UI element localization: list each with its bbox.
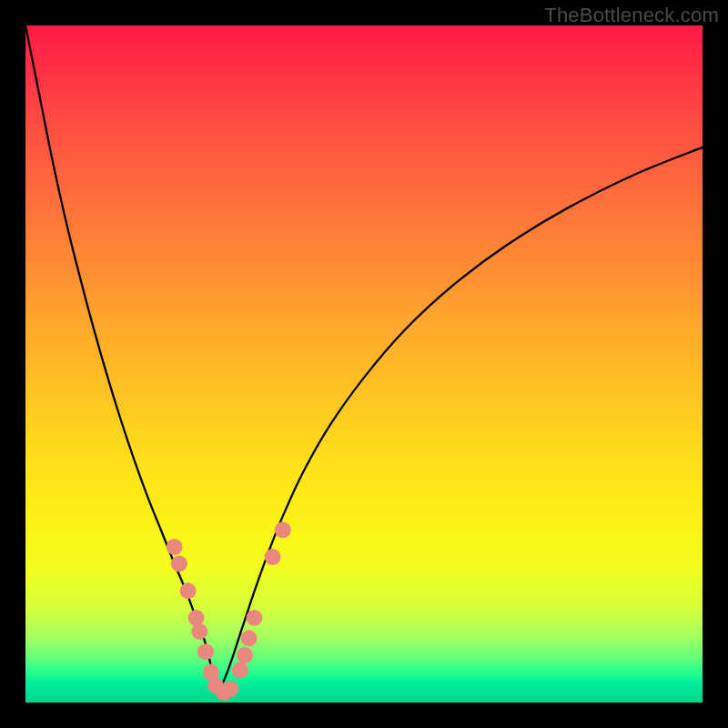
curve-group	[25, 25, 703, 693]
data-marker	[180, 582, 197, 599]
chart-stage: TheBottleneck.com	[0, 0, 728, 728]
data-marker	[171, 555, 187, 571]
data-marker	[237, 647, 253, 663]
curve-right-branch	[218, 147, 703, 693]
data-marker	[246, 610, 262, 626]
data-marker	[222, 681, 238, 697]
marker-group	[167, 521, 291, 701]
chart-plot-area	[25, 25, 703, 703]
data-marker	[191, 623, 207, 640]
data-marker	[265, 549, 281, 565]
watermark-text: TheBottleneck.com	[544, 4, 719, 27]
data-marker	[275, 521, 291, 538]
chart-svg	[25, 25, 703, 703]
data-marker	[167, 539, 183, 555]
data-marker	[232, 662, 248, 678]
data-marker	[197, 643, 214, 660]
data-marker	[241, 630, 258, 646]
